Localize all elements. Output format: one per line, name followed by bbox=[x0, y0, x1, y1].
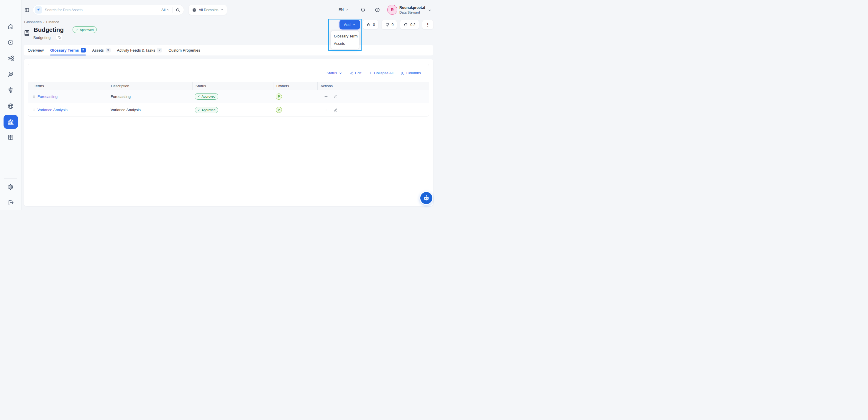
term-description: Variance Analysis bbox=[107, 103, 192, 117]
columns-button[interactable]: Columns bbox=[401, 71, 421, 75]
collapse-all-button[interactable]: Collapse All bbox=[368, 71, 393, 75]
chevron-down-icon bbox=[167, 8, 170, 11]
tab-overview[interactable]: Overview bbox=[28, 45, 44, 55]
collapse-icon bbox=[368, 71, 372, 75]
drag-handle-icon[interactable] bbox=[32, 108, 36, 112]
copy-button[interactable] bbox=[56, 34, 62, 40]
search-input[interactable]: Search for Data Assets bbox=[45, 8, 159, 12]
table-header-row: Terms Description Status Owners Actions bbox=[28, 82, 429, 90]
tab-label: Assets bbox=[92, 48, 104, 53]
tab-custom-properties[interactable]: Custom Properties bbox=[168, 45, 200, 55]
version-history-icon bbox=[403, 22, 408, 27]
tab-label: Overview bbox=[28, 48, 44, 53]
user-avatar[interactable]: R bbox=[387, 5, 397, 15]
add-term-plus-icon[interactable] bbox=[324, 108, 328, 112]
drag-handle-icon[interactable] bbox=[32, 95, 36, 98]
glossary-terms-panel: Status Edit Collapse All Columns Terms D… bbox=[28, 64, 429, 117]
add-term-plus-icon[interactable] bbox=[324, 94, 328, 99]
breadcrumb-glossaries[interactable]: Glossaries bbox=[24, 20, 41, 24]
tab-count-badge: 3 bbox=[105, 48, 111, 53]
language-label: EN bbox=[339, 8, 344, 12]
sidebar-divider bbox=[4, 178, 17, 179]
table-row: Variance Analysis Variance Analysis ✓ Ap… bbox=[28, 103, 429, 117]
observability-icon[interactable] bbox=[7, 71, 14, 78]
pencil-icon bbox=[349, 71, 353, 75]
chevron-down-icon bbox=[220, 8, 223, 11]
upvote-button[interactable]: 0 bbox=[363, 20, 378, 30]
more-options-button[interactable]: ⋮ bbox=[422, 20, 434, 30]
column-header-status: Status bbox=[192, 82, 273, 90]
breadcrumb-separator: / bbox=[43, 20, 44, 24]
column-header-terms: Terms bbox=[28, 82, 107, 90]
check-icon: ✓ bbox=[197, 95, 200, 98]
sidebar-item-govern-active[interactable] bbox=[4, 115, 18, 129]
lineage-topology-icon[interactable] bbox=[7, 55, 14, 62]
chatbot-button[interactable] bbox=[420, 192, 432, 204]
edit-button[interactable]: Edit bbox=[349, 71, 362, 75]
user-name: Rounakpreet.d bbox=[399, 6, 425, 10]
help-icon[interactable] bbox=[375, 7, 380, 13]
search-scope-select[interactable]: All bbox=[161, 8, 170, 12]
edit-term-pencil-icon[interactable] bbox=[333, 108, 337, 112]
global-search-bar[interactable]: Search for Data Assets All bbox=[33, 5, 184, 15]
robot-icon bbox=[423, 194, 430, 202]
menu-item-glossary-term[interactable]: Glossary Term bbox=[331, 32, 359, 40]
ai-sparkle-icon[interactable] bbox=[35, 6, 42, 13]
sidebar-toggle-icon[interactable] bbox=[24, 7, 30, 13]
version-button[interactable]: 0.2 bbox=[400, 20, 419, 30]
page-title: Budgeting bbox=[34, 26, 64, 33]
copy-icon bbox=[58, 36, 61, 39]
edit-term-pencil-icon[interactable] bbox=[333, 94, 337, 98]
column-header-owners: Owners bbox=[273, 82, 317, 90]
column-header-actions: Actions bbox=[317, 82, 429, 90]
knowledge-book-icon[interactable] bbox=[7, 134, 14, 141]
status-badge: ✓ Approved bbox=[195, 107, 218, 113]
upvote-count: 0 bbox=[373, 23, 375, 27]
notifications-bell-icon[interactable] bbox=[360, 7, 366, 13]
owner-avatar[interactable]: P bbox=[276, 93, 282, 100]
language-select[interactable]: EN bbox=[339, 6, 348, 13]
add-button-label: Add bbox=[344, 23, 350, 27]
menu-item-assets[interactable]: Assets bbox=[331, 40, 359, 47]
glossary-terms-table: Terms Description Status Owners Actions … bbox=[28, 82, 429, 117]
status-filter-label: Status bbox=[327, 71, 337, 75]
user-menu-chevron-icon[interactable] bbox=[428, 8, 432, 12]
owner-avatar[interactable]: P bbox=[276, 107, 282, 113]
content-card: Status Edit Collapse All Columns Terms D… bbox=[24, 59, 433, 206]
status-badge-label: Approved bbox=[80, 28, 93, 32]
domain-filter-button[interactable]: All Domains bbox=[188, 5, 227, 15]
insights-bulb-icon[interactable] bbox=[7, 87, 14, 94]
add-button[interactable]: Add bbox=[339, 20, 360, 30]
home-icon[interactable] bbox=[7, 23, 14, 30]
search-divider bbox=[173, 7, 173, 13]
tab-count-badge: 2 bbox=[157, 48, 162, 53]
logout-icon[interactable] bbox=[7, 199, 14, 206]
table-row: Forecasting Forecasting ✓ Approved P bbox=[28, 90, 429, 103]
tab-assets[interactable]: Assets 3 bbox=[92, 45, 111, 55]
tab-glossary-terms[interactable]: Glossary Terms 2 bbox=[50, 45, 86, 55]
domains-globe-icon[interactable] bbox=[7, 102, 14, 110]
breadcrumb-finance[interactable]: Finance bbox=[46, 20, 59, 24]
columns-icon bbox=[401, 71, 405, 75]
search-icon[interactable] bbox=[176, 8, 180, 12]
check-icon: ✓ bbox=[197, 109, 200, 112]
breadcrumb: Glossaries / Finance bbox=[24, 20, 59, 24]
table-toolbar: Status Edit Collapse All Columns bbox=[28, 64, 429, 82]
term-link[interactable]: Variance Analysis bbox=[37, 108, 67, 112]
status-label: Approved bbox=[202, 108, 215, 112]
status-badge: ✓ Approved bbox=[195, 93, 218, 100]
tab-count-badge: 2 bbox=[81, 48, 86, 53]
add-dropdown-menu: Glossary Term Assets bbox=[331, 31, 359, 49]
term-link[interactable]: Forecasting bbox=[37, 94, 58, 99]
collapse-all-label: Collapse All bbox=[374, 71, 393, 75]
globe-icon bbox=[192, 8, 197, 12]
explore-compass-icon[interactable] bbox=[7, 39, 14, 46]
status-filter-dropdown[interactable]: Status bbox=[327, 71, 342, 75]
downvote-button[interactable]: 0 bbox=[381, 20, 397, 30]
thumbs-down-icon bbox=[385, 22, 390, 27]
downvote-count: 0 bbox=[392, 23, 394, 27]
tab-activity-feeds[interactable]: Activity Feeds & Tasks 2 bbox=[117, 45, 162, 55]
chevron-down-icon bbox=[352, 23, 356, 27]
entity-fqn: Budgeting bbox=[33, 35, 51, 40]
settings-gear-icon[interactable] bbox=[7, 183, 14, 190]
